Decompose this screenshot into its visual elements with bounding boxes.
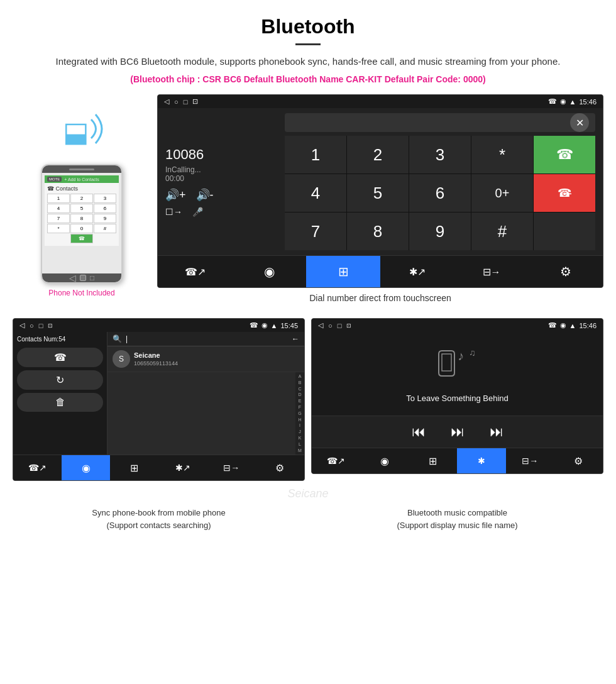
- music-combined-icon: ♪ ♫: [432, 345, 483, 382]
- music-status-left: ◁ ○ □ ⊡: [318, 321, 351, 329]
- search-icon: 🔍: [113, 334, 122, 343]
- alpha-b[interactable]: B: [299, 380, 302, 386]
- key-4[interactable]: 4: [285, 174, 346, 212]
- m-home-icon: ○: [328, 322, 333, 329]
- alpha-d[interactable]: D: [298, 392, 301, 398]
- contacts-screen-wrap: ◁ ○ □ ⊡ ☎ ◉ ▲ 15:45 Contacts Num:54 ☎ ↻: [13, 318, 305, 481]
- mn-settings[interactable]: ⚙: [554, 448, 603, 473]
- alpha-i[interactable]: I: [299, 422, 300, 429]
- key-call-end[interactable]: ☎̶: [534, 174, 595, 212]
- key-star[interactable]: *: [471, 136, 533, 174]
- nav-keypad[interactable]: ⊞: [306, 256, 380, 287]
- mic-icon[interactable]: 🎤: [192, 207, 203, 217]
- music-caption-text: Bluetooth music compatible(Support displ…: [397, 508, 517, 530]
- key-0plus[interactable]: 0+: [471, 174, 533, 212]
- nav-settings[interactable]: ⚙: [529, 256, 603, 287]
- phone-mockup: MOTE + Add to Contacts ☎ Contacts 1 2 3 …: [41, 164, 123, 284]
- bottom-captions-area: Sync phone-book from mobile phone(Suppor…: [0, 507, 616, 531]
- play-pause-button[interactable]: ⏭: [451, 424, 465, 440]
- m-time: 15:46: [579, 322, 597, 329]
- music-controls-bar: ⏮ ⏭ ⏭: [312, 416, 603, 448]
- transfer-icon[interactable]: ☐→: [165, 207, 182, 217]
- c-wifi-icon: ▲: [271, 322, 278, 329]
- dial-bottom-nav: ☎↗ ◉ ⊞ ✱↗ ⊟→ ⚙: [158, 255, 603, 287]
- phone-key-hash: #: [94, 224, 116, 233]
- phone-key-7: 7: [47, 214, 70, 223]
- key-6[interactable]: 6: [409, 174, 471, 212]
- nav-phone-transfer[interactable]: ⊟→: [454, 256, 529, 287]
- key-call-accept[interactable]: ☎: [534, 136, 595, 174]
- key-9[interactable]: 9: [409, 212, 471, 250]
- c-recents-icon: □: [39, 322, 43, 329]
- watermark: Seicane: [0, 487, 616, 500]
- mn-keypad[interactable]: ⊞: [409, 448, 457, 473]
- key-3[interactable]: 3: [409, 136, 471, 174]
- alpha-k[interactable]: K: [299, 435, 302, 441]
- mn-bluetooth[interactable]: ✱: [457, 448, 505, 473]
- c-back-icon: ◁: [19, 321, 25, 329]
- backspace-button[interactable]: ✕: [570, 113, 589, 132]
- dial-transfer-icons: ☐→ 🎤: [165, 207, 278, 217]
- cn-contacts[interactable]: ◉: [62, 455, 110, 480]
- contacts-status-right: ☎ ◉ ▲ 15:45: [250, 321, 298, 329]
- contacts-call-button[interactable]: ☎: [17, 348, 103, 367]
- alpha-l[interactable]: L: [299, 441, 301, 448]
- m-notif-icon: ⊡: [346, 323, 351, 329]
- music-status-bar: ◁ ○ □ ⊡ ☎ ◉ ▲ 15:46: [312, 319, 603, 332]
- music-caption: Bluetooth music compatible(Support displ…: [311, 507, 603, 531]
- music-icon-area: ♪ ♫: [432, 345, 483, 382]
- alpha-f[interactable]: F: [299, 404, 301, 411]
- dial-input-field[interactable]: ✕: [285, 113, 595, 132]
- key-5[interactable]: 5: [347, 174, 409, 212]
- phone-keypad: 1 2 3 4 5 6 7 8 9 * 0 # ☎: [47, 194, 116, 243]
- key-1[interactable]: 1: [285, 136, 346, 174]
- dial-screen-container: ◁ ○ □ ⊡ ☎ ◉ ▲ 15:46 10086 InCalling... 0…: [157, 94, 603, 312]
- c-time: 15:45: [280, 322, 298, 329]
- bottom-screens-area: ◁ ○ □ ⊡ ☎ ◉ ▲ 15:45 Contacts Num:54 ☎ ↻: [0, 318, 616, 481]
- contact-list-item[interactable]: S Seicane 10655059113144: [107, 346, 304, 372]
- cn-transfer[interactable]: ⊟→: [207, 455, 256, 480]
- phone-key-9: 9: [94, 214, 116, 223]
- alpha-g[interactable]: G: [298, 411, 301, 417]
- alpha-c[interactable]: C: [298, 386, 301, 392]
- next-track-button[interactable]: ⏭: [490, 424, 503, 440]
- music-bottom-nav: ☎↗ ◉ ⊞ ✱ ⊟→ ⚙: [312, 448, 603, 473]
- contact-phone: 10655059113144: [134, 360, 178, 367]
- mn-transfer[interactable]: ⊟→: [506, 448, 554, 473]
- cn-bluetooth[interactable]: ✱↗: [158, 455, 207, 480]
- alpha-a[interactable]: A: [299, 373, 302, 380]
- key-hash[interactable]: #: [471, 212, 533, 250]
- nav-contacts[interactable]: ◉: [232, 256, 306, 287]
- nav-call[interactable]: ☎↗: [158, 256, 232, 287]
- alpha-h[interactable]: H: [298, 417, 301, 423]
- cn-keypad[interactable]: ⊞: [110, 455, 158, 480]
- phone-key-star: *: [47, 224, 70, 233]
- alpha-m[interactable]: M: [298, 448, 302, 454]
- dial-timer: 00:00: [165, 174, 278, 183]
- cn-settings[interactable]: ⚙: [256, 455, 304, 480]
- dial-android-screen: ◁ ○ □ ⊡ ☎ ◉ ▲ 15:46 10086 InCalling... 0…: [157, 94, 603, 288]
- key-8[interactable]: 8: [347, 212, 409, 250]
- mn-call[interactable]: ☎↗: [312, 448, 360, 473]
- phone-key-4: 4: [47, 204, 70, 213]
- cn-call[interactable]: ☎↗: [13, 455, 62, 480]
- key-2[interactable]: 2: [347, 136, 409, 174]
- contacts-status-bar: ◁ ○ □ ⊡ ☎ ◉ ▲ 15:45: [13, 319, 304, 332]
- search-clear-icon[interactable]: ←: [292, 334, 299, 343]
- phone-key-5: 5: [70, 204, 93, 213]
- prev-track-button[interactable]: ⏮: [412, 424, 426, 440]
- contacts-refresh-button[interactable]: ↻: [17, 370, 103, 390]
- vol-up-icon[interactable]: 🔊+: [165, 188, 186, 202]
- mn-contacts[interactable]: ◉: [360, 448, 409, 473]
- phone-key-3: 3: [94, 194, 116, 203]
- nav-bluetooth[interactable]: ✱↗: [380, 256, 454, 287]
- vol-down-icon[interactable]: 🔊-: [196, 188, 214, 202]
- key-7[interactable]: 7: [285, 212, 346, 250]
- contacts-delete-button[interactable]: 🗑: [17, 393, 103, 412]
- alpha-j[interactable]: J: [299, 429, 301, 435]
- phone-key-1: 1: [47, 194, 70, 203]
- alpha-e[interactable]: E: [299, 398, 302, 404]
- contacts-status-left: ◁ ○ □ ⊡: [19, 321, 53, 329]
- back-icon: ◁: [164, 97, 169, 106]
- contact-info: Seicane 10655059113144: [134, 351, 178, 367]
